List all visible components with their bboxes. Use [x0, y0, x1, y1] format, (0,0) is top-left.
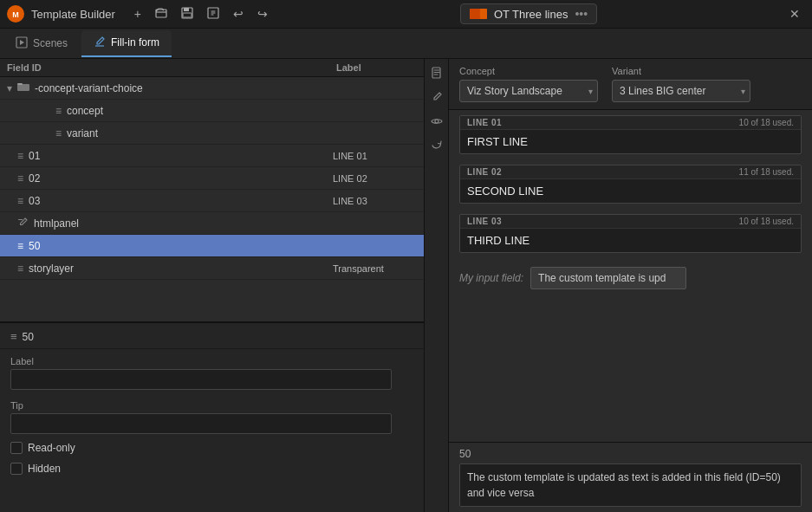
- row-text-02: 02: [29, 172, 40, 185]
- left-panel: Field ID Label ▾ -concept-variant-choice: [0, 59, 425, 512]
- scenes-icon: [16, 36, 28, 51]
- main-layout: Field ID Label ▾ -concept-variant-choice: [0, 59, 812, 512]
- input-field-value[interactable]: [530, 267, 686, 289]
- line03-field: LINE 03 10 of 18 used. THIRD LINE: [459, 214, 802, 253]
- export-button[interactable]: [202, 5, 224, 23]
- lines-icon-01: ≡: [17, 150, 23, 162]
- svg-point-14: [435, 120, 438, 123]
- app-logo: M: [7, 5, 24, 23]
- readonly-checkbox[interactable]: [10, 442, 23, 454]
- row-label-storylayer: Transparent: [333, 263, 420, 274]
- right-side: Concept Viz Story Landscape Variant 3 Li…: [425, 59, 812, 512]
- tab-fill-in-form[interactable]: Fill-in form: [81, 30, 172, 57]
- row-text-htmlpanel: htmlpanel: [34, 217, 79, 230]
- doc-menu-button[interactable]: •••: [575, 7, 588, 21]
- svg-rect-10: [17, 84, 29, 91]
- hidden-checkbox[interactable]: [10, 463, 23, 475]
- tip-input[interactable]: [10, 413, 392, 434]
- document-info: OT Three lines •••: [460, 3, 597, 24]
- tree-row-variant[interactable]: ≡ variant: [0, 122, 424, 145]
- line02-field: LINE 02 11 of 18 used. SECOND LINE: [459, 165, 802, 204]
- row-text-01: 01: [29, 150, 40, 162]
- refresh-icon-btn[interactable]: [426, 135, 447, 156]
- tree-area: Field ID Label ▾ -concept-variant-choice: [0, 59, 424, 321]
- tree-header: Field ID Label: [0, 59, 424, 77]
- edit-icon-htmlpanel: [17, 217, 29, 230]
- variant-select[interactable]: 3 Lines BIG center: [612, 80, 750, 102]
- concept-group: Concept Viz Story Landscape: [459, 66, 598, 102]
- hidden-label: Hidden: [28, 463, 61, 475]
- tree-row-storylayer[interactable]: ≡ storylayer Transparent: [0, 257, 424, 280]
- svg-rect-11: [17, 83, 23, 85]
- line02-header: LINE 02 11 of 18 used.: [460, 165, 801, 179]
- line01-value[interactable]: FIRST LINE: [460, 130, 801, 153]
- variant-select-wrap: 3 Lines BIG center: [612, 80, 750, 102]
- tab-scenes-label: Scenes: [33, 37, 68, 49]
- concept-variant-row: Concept Viz Story Landscape Variant 3 Li…: [449, 59, 812, 110]
- svg-text:M: M: [12, 10, 19, 19]
- concept-select-wrap: Viz Story Landscape: [459, 80, 598, 102]
- row-text-03: 03: [29, 195, 40, 207]
- doc-icon: [470, 9, 487, 19]
- tree-row-concept[interactable]: ≡ concept: [0, 100, 424, 122]
- lines-icon-03: ≡: [17, 195, 23, 207]
- line03-id: LINE 03: [467, 217, 502, 226]
- tree-row-concept-variant-choice[interactable]: ▾ -concept-variant-choice: [0, 77, 424, 100]
- edit-icon-btn[interactable]: [426, 87, 447, 107]
- hidden-checkbox-row: Hidden: [0, 458, 424, 479]
- readonly-label: Read-only: [28, 442, 75, 454]
- line01-id: LINE 01: [467, 118, 502, 127]
- row-text-concept: concept: [67, 105, 103, 117]
- toolbar-actions: + ↩ ↪: [129, 5, 273, 23]
- line02-value[interactable]: SECOND LINE: [460, 179, 801, 203]
- window-close-button[interactable]: ✕: [784, 5, 805, 23]
- label-field-label: Label: [10, 356, 413, 366]
- eye-icon-btn[interactable]: [426, 111, 447, 132]
- undo-button[interactable]: ↩: [228, 5, 249, 23]
- tree-row-03[interactable]: ≡ 03 LINE 03: [0, 190, 424, 212]
- label-input[interactable]: [10, 369, 392, 390]
- tree-row-01[interactable]: ≡ 01 LINE 01: [0, 145, 424, 167]
- my-input-field-row: My input field:: [449, 262, 812, 295]
- properties-title-label: 50: [23, 331, 34, 343]
- svg-rect-2: [156, 10, 166, 17]
- tree-row-htmlpanel[interactable]: htmlpanel: [0, 212, 424, 235]
- tree-row-50[interactable]: ≡ 50: [0, 235, 424, 257]
- bottom-info-id: 50: [459, 448, 802, 460]
- variant-label: Variant: [612, 66, 750, 76]
- tip-field-group: Tip: [0, 393, 424, 437]
- properties-title: ≡ 50: [0, 323, 424, 349]
- readonly-checkbox-row: Read-only: [0, 437, 424, 458]
- variant-group: Variant 3 Lines BIG center: [612, 66, 750, 102]
- svg-rect-5: [183, 13, 192, 17]
- doc-name: OT Three lines: [494, 8, 568, 21]
- tree-row-02[interactable]: ≡ 02 LINE 02: [0, 167, 424, 190]
- redo-button[interactable]: ↪: [252, 5, 273, 23]
- bottom-info-box: The custom template is updated as text i…: [459, 463, 802, 507]
- tab-fill-in-form-label: Fill-in form: [111, 36, 159, 49]
- new-button[interactable]: +: [129, 5, 146, 23]
- svg-rect-7: [470, 9, 480, 19]
- concept-select[interactable]: Viz Story Landscape: [459, 80, 598, 102]
- lines-icon-concept: ≡: [55, 105, 62, 117]
- line01-usage: 10 of 18 used.: [739, 118, 794, 127]
- tab-scenes[interactable]: Scenes: [3, 31, 80, 56]
- fill-in-form-icon: [94, 36, 106, 50]
- col-fieldid-header: Field ID: [7, 62, 336, 73]
- col-label-header: Label: [336, 62, 417, 73]
- title-bar: M Template Builder + ↩ ↪: [0, 0, 812, 29]
- page-icon-btn[interactable]: [426, 62, 447, 83]
- lines-icon-02: ≡: [17, 172, 23, 185]
- row-label-02: LINE 02: [333, 173, 420, 184]
- input-field-label-text: My input field:: [459, 272, 523, 284]
- concept-label: Concept: [459, 66, 598, 76]
- line03-usage: 10 of 18 used.: [739, 217, 794, 226]
- row-text-50: 50: [29, 240, 40, 252]
- open-button[interactable]: [150, 5, 172, 23]
- row-text-storylayer: storylayer: [29, 262, 74, 275]
- line01-header: LINE 01 10 of 18 used.: [460, 116, 801, 130]
- line02-usage: 11 of 18 used.: [739, 167, 794, 177]
- save-button[interactable]: [176, 5, 198, 23]
- row-label-01: LINE 01: [333, 151, 420, 161]
- line03-value[interactable]: THIRD LINE: [460, 229, 801, 252]
